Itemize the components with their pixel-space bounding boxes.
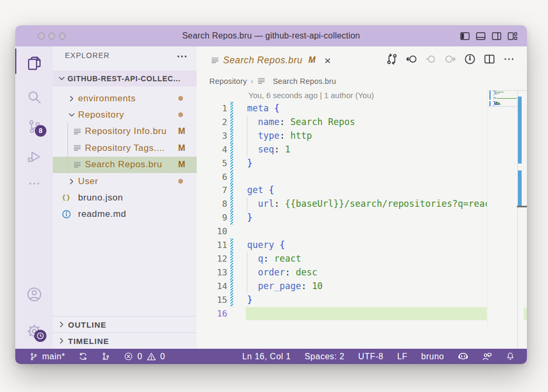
status-lf[interactable]: LF — [390, 349, 415, 364]
line-number: 8 — [197, 197, 227, 211]
line-number: 7 — [197, 184, 227, 197]
activity-search[interactable] — [15, 84, 53, 110]
status-problems[interactable]: 00 — [117, 349, 172, 364]
line-number: 4 — [197, 143, 227, 157]
status-lf-label: LF — [397, 352, 408, 361]
status-spaces-2[interactable]: Spaces: 2 — [297, 349, 351, 364]
code-line-14[interactable]: 14 per_page: 10 — [197, 280, 527, 293]
sidebar-more-actions-button[interactable] — [176, 51, 188, 65]
minimap-code-bar — [496, 94, 496, 94]
tree-item-bruno-json[interactable]: {}bruno.json — [53, 189, 197, 206]
code-line-9[interactable]: 9} — [197, 211, 527, 225]
code-line-3[interactable]: 3 type: http — [197, 129, 527, 143]
timeline-panel-header[interactable]: TIMELINE — [53, 332, 197, 349]
tree-item-repository[interactable]: Repository — [53, 107, 197, 123]
activity-source-control[interactable] — [15, 114, 53, 139]
gutter-modified-marker — [230, 184, 233, 197]
previous-change-button[interactable] — [406, 53, 417, 67]
status-bruno[interactable]: bruno — [415, 349, 451, 364]
code-line-16[interactable]: 16 — [197, 307, 527, 321]
tree-item-repository-tags[interactable]: Repository Tags....M — [53, 140, 197, 156]
toggle-panel-button[interactable] — [476, 31, 486, 41]
code-line-4[interactable]: 4 seq: 1 — [197, 143, 527, 157]
status-sync[interactable] — [72, 349, 94, 364]
minimap[interactable] — [487, 90, 527, 328]
code-token — [285, 130, 290, 141]
minimap-content — [488, 91, 517, 328]
code-line-12[interactable]: 12 q: react — [197, 252, 527, 266]
status-problems-label: 0 — [137, 352, 142, 361]
status-graph[interactable] — [94, 349, 117, 364]
code-line-11[interactable]: 11query { — [197, 238, 527, 252]
status-bell[interactable] — [499, 349, 522, 364]
code-token: 10 — [312, 281, 322, 291]
status-feedback[interactable] — [475, 349, 499, 364]
tree-item-repository-info-bru[interactable]: Repository Info.bruM — [53, 123, 197, 140]
gutter-modified-marker — [230, 280, 233, 293]
code-line-6[interactable]: 6 — [197, 170, 527, 184]
more-actions-button[interactable] — [503, 53, 515, 67]
activity-settings[interactable] — [15, 319, 53, 344]
tree-item-user[interactable]: User — [53, 173, 197, 189]
chevron-right-icon — [57, 337, 66, 345]
code-line-13[interactable]: 13 order: desc — [197, 266, 527, 280]
status-ln-16-col-1[interactable]: Ln 16, Col 1 — [235, 349, 297, 364]
status-bar: main*00 Ln 16, Col 1Spaces: 2UTF-8LFbrun… — [15, 349, 527, 364]
code-token: } — [247, 158, 253, 168]
breadcrumb-folder[interactable]: Repository — [209, 77, 247, 85]
code-line-5[interactable]: 5} — [197, 157, 527, 170]
status-bruno-label: bruno — [421, 352, 444, 361]
tree-item-readme-md[interactable]: readme.md — [53, 206, 197, 223]
customize-layout-button[interactable] — [507, 31, 517, 41]
code-line-10[interactable]: 10 — [197, 225, 527, 238]
status-utf-8[interactable]: UTF-8 — [351, 349, 390, 364]
code-line-content: q: react — [246, 252, 487, 266]
title-bar[interactable]: Search Repos.bru — github-rest-api-colle… — [15, 25, 527, 46]
activity-explorer[interactable] — [15, 51, 53, 76]
code-token — [280, 198, 285, 209]
code-line-8[interactable]: 8 url: {{baseUrl}}/search/repositories?q… — [197, 197, 527, 211]
run-or-timeline-button[interactable] — [464, 53, 476, 67]
code-line-7[interactable]: 7get { — [197, 184, 527, 197]
git-modified-badge: M — [178, 144, 185, 153]
code-token: meta — [247, 103, 269, 113]
code-token: react — [274, 253, 301, 264]
tree-item-label: bruno.json — [78, 193, 123, 203]
gutter-modified-marker — [230, 157, 233, 170]
code-line-2[interactable]: 2 name: Search Repos — [197, 116, 527, 129]
gutter-modified-marker — [230, 197, 233, 211]
breadcrumb[interactable]: Repository › Search Repos.bru — [209, 74, 336, 88]
code-line-15[interactable]: 15} — [197, 293, 527, 307]
workspace-section-header[interactable]: GITHUB-REST-API-COLLEC... — [53, 71, 197, 87]
code-line-1[interactable]: 1meta { — [197, 102, 527, 116]
warning-count-label: 0 — [160, 352, 165, 361]
gutter-modified-marker — [230, 143, 233, 157]
change-button[interactable] — [425, 53, 437, 67]
split-editor-button[interactable] — [484, 53, 495, 67]
line-number: 15 — [197, 293, 227, 307]
activity-accounts[interactable] — [15, 282, 53, 307]
gutter-modified-marker — [230, 102, 233, 116]
code-token — [306, 281, 312, 291]
tab-close-button[interactable]: × — [324, 55, 331, 66]
toggle-primary-sidebar-button[interactable] — [460, 31, 470, 41]
feedback-icon — [482, 351, 492, 361]
gutter-modified-marker — [230, 252, 233, 266]
activity-run-debug[interactable] — [15, 144, 53, 169]
status-copilot[interactable] — [451, 349, 475, 364]
breadcrumb-file[interactable]: Search Repos.bru — [273, 77, 336, 85]
tree-item-search-repos-bru[interactable]: Search Repos.bruM — [53, 157, 197, 173]
git-blame-codelens[interactable]: You, 6 seconds ago | 1 author (You) — [248, 91, 374, 100]
status-branch[interactable]: main* — [23, 349, 72, 364]
tree-item-label: User — [78, 176, 98, 187]
tree-item-label: Repository Tags.... — [85, 143, 165, 154]
tab-search-repos[interactable]: Search Repos.bru M × — [210, 46, 331, 74]
next-change-button[interactable] — [445, 53, 456, 67]
toggle-secondary-sidebar-button[interactable] — [492, 31, 502, 41]
compare-changes-button[interactable] — [386, 53, 398, 67]
activity-more[interactable] — [15, 171, 53, 196]
outline-panel-header[interactable]: OUTLINE — [53, 316, 197, 332]
tree-item-environments[interactable]: environments — [53, 90, 197, 107]
minimap-code-bar — [497, 98, 517, 99]
code-token: per_page — [258, 281, 301, 291]
